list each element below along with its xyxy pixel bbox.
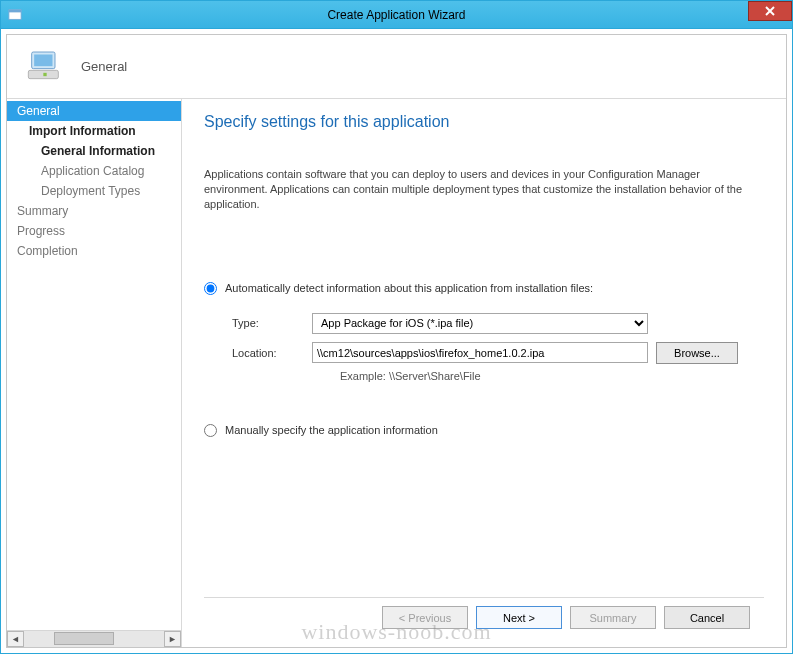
svg-rect-5 <box>34 54 52 66</box>
titlebar: Create Application Wizard <box>1 1 792 29</box>
wizard-footer: < Previous Next > Summary Cancel <box>204 597 764 637</box>
radio-manual-label: Manually specify the application informa… <box>225 424 438 436</box>
radio-auto-input[interactable] <box>204 282 217 295</box>
svg-rect-1 <box>9 10 21 13</box>
svg-rect-7 <box>43 72 46 75</box>
radio-manual[interactable]: Manually specify the application informa… <box>204 424 764 437</box>
location-example: Example: \\Server\Share\File <box>340 370 764 382</box>
scroll-right-arrow[interactable]: ► <box>164 631 181 647</box>
content: General GeneralImport InformationGeneral… <box>6 34 787 648</box>
main-panel: Specify settings for this application Ap… <box>182 99 786 647</box>
summary-button[interactable]: Summary <box>570 606 656 629</box>
nav-item-application-catalog[interactable]: Application Catalog <box>7 161 181 181</box>
nav-item-general[interactable]: General <box>7 101 181 121</box>
next-button[interactable]: Next > <box>476 606 562 629</box>
scroll-left-arrow[interactable]: ◄ <box>7 631 24 647</box>
browse-button[interactable]: Browse... <box>656 342 738 364</box>
svg-rect-6 <box>28 70 58 78</box>
nav-item-progress[interactable]: Progress <box>7 221 181 241</box>
nav-item-deployment-types[interactable]: Deployment Types <box>7 181 181 201</box>
main-description: Applications contain software that you c… <box>204 167 764 212</box>
sidebar: GeneralImport InformationGeneral Informa… <box>7 99 182 647</box>
radio-auto-label: Automatically detect information about t… <box>225 282 593 294</box>
nav-item-general-information[interactable]: General Information <box>7 141 181 161</box>
horizontal-scrollbar[interactable]: ◄ ► <box>7 630 181 647</box>
nav-item-completion[interactable]: Completion <box>7 241 181 261</box>
previous-button[interactable]: < Previous <box>382 606 468 629</box>
nav-item-summary[interactable]: Summary <box>7 201 181 221</box>
window-title: Create Application Wizard <box>327 8 465 22</box>
type-label: Type: <box>232 317 304 329</box>
page-header: General <box>7 35 786 99</box>
location-label: Location: <box>232 347 304 359</box>
cancel-button[interactable]: Cancel <box>664 606 750 629</box>
main-title: Specify settings for this application <box>204 113 764 131</box>
location-row: Location: Browse... <box>232 342 764 364</box>
scroll-track[interactable] <box>24 631 164 647</box>
radio-auto-detect[interactable]: Automatically detect information about t… <box>204 282 764 295</box>
scroll-thumb[interactable] <box>54 632 114 645</box>
form-grid: Type: App Package for iOS (*.ipa file) L… <box>232 313 764 382</box>
nav-item-import-information[interactable]: Import Information <box>7 121 181 141</box>
type-select[interactable]: App Package for iOS (*.ipa file) <box>312 313 648 334</box>
radio-manual-input[interactable] <box>204 424 217 437</box>
type-row: Type: App Package for iOS (*.ipa file) <box>232 313 764 334</box>
page-header-label: General <box>81 59 127 74</box>
app-icon <box>7 7 23 23</box>
nav-list: GeneralImport InformationGeneral Informa… <box>7 99 181 630</box>
close-button[interactable] <box>748 1 792 21</box>
wizard-window: Create Application Wizard General Ge <box>0 0 793 654</box>
computer-icon <box>25 47 65 87</box>
body: GeneralImport InformationGeneral Informa… <box>7 99 786 647</box>
location-input[interactable] <box>312 342 648 363</box>
